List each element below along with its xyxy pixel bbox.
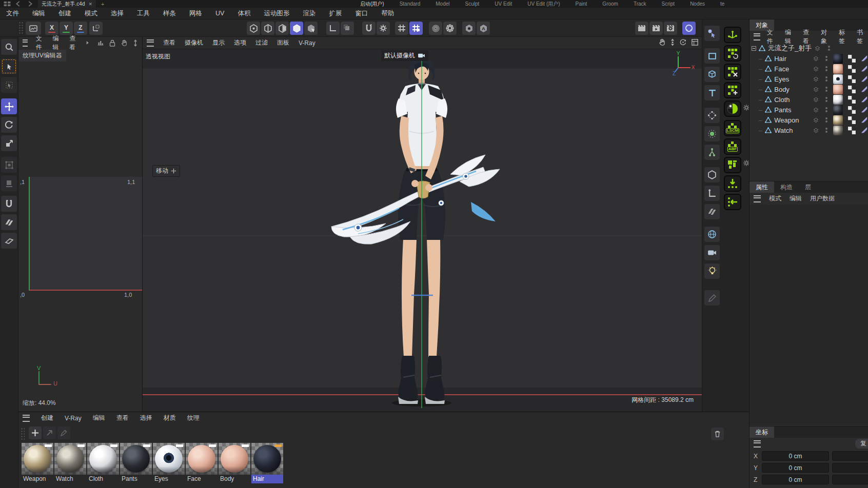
layout-tab-uvedit[interactable]: UV Edit bbox=[494, 1, 513, 7]
viewport-canvas[interactable]: 透视视图 默认摄像机 Y X Z 移动 网格间距 : 35089.2 cm bbox=[143, 49, 702, 412]
new-tab-button[interactable]: + bbox=[101, 1, 104, 7]
workplane-button[interactable] bbox=[341, 22, 354, 35]
layer-icon[interactable] bbox=[813, 87, 819, 92]
layout-tab-uvedit-user[interactable]: UV Edit (用户) bbox=[526, 0, 561, 8]
vp-menu-options[interactable]: 选项 bbox=[234, 38, 246, 47]
back-arrow-icon[interactable] bbox=[14, 1, 23, 7]
dolly-icon[interactable] bbox=[670, 38, 675, 46]
uv-menu-edit[interactable]: 编辑 bbox=[53, 34, 62, 52]
material-label[interactable]: Hair bbox=[251, 475, 283, 483]
visibility-dots[interactable] bbox=[825, 87, 827, 92]
abf-unwrap-button[interactable]: ABF bbox=[724, 138, 741, 155]
histogram-icon[interactable] bbox=[97, 39, 104, 46]
material-label[interactable]: Body bbox=[219, 475, 250, 483]
material-toolbar-grip[interactable] bbox=[21, 428, 25, 440]
material-item-hair[interactable]: Hair bbox=[251, 443, 283, 483]
mat-menu-vray[interactable]: V-Ray bbox=[65, 415, 82, 422]
coord-x-input[interactable]: 0 cm bbox=[762, 451, 830, 461]
visibility-dots[interactable] bbox=[828, 46, 830, 51]
mat-menu-view[interactable]: 查看 bbox=[116, 414, 129, 422]
attr-burger-icon[interactable] bbox=[754, 195, 761, 202]
tab-attributes[interactable]: 属性 bbox=[749, 181, 774, 193]
cluster-button[interactable] bbox=[704, 126, 720, 141]
orbit-icon[interactable] bbox=[679, 38, 687, 46]
texture-mode-button[interactable] bbox=[304, 22, 318, 35]
menu-tools[interactable]: 工具 bbox=[137, 9, 150, 18]
lock-icon[interactable] bbox=[109, 39, 115, 47]
visibility-dots[interactable] bbox=[825, 66, 827, 71]
material-item-watch[interactable]: Watch bbox=[54, 443, 86, 483]
om-burger-icon[interactable] bbox=[754, 33, 760, 40]
material-tag[interactable] bbox=[833, 126, 843, 135]
menu-window[interactable]: 窗口 bbox=[355, 9, 368, 18]
uvw-tag-icon[interactable] bbox=[847, 95, 856, 104]
object-row-body[interactable]: – Body bbox=[749, 84, 868, 94]
material-label[interactable]: Cloth bbox=[87, 475, 119, 483]
uv-canvas[interactable] bbox=[29, 177, 142, 291]
rectangle-spline-button[interactable] bbox=[704, 48, 720, 64]
vp-menu-filter[interactable]: 过滤 bbox=[255, 38, 268, 47]
object-label[interactable]: Body bbox=[774, 86, 790, 93]
phong-tag-icon[interactable] bbox=[861, 106, 868, 114]
scale-tool-button[interactable] bbox=[1, 135, 17, 151]
layer-icon[interactable] bbox=[813, 107, 819, 113]
uvw-tag-icon[interactable] bbox=[847, 126, 856, 135]
material-item-weapon[interactable]: Weapon bbox=[22, 443, 53, 483]
object-label[interactable]: Weapon bbox=[774, 116, 799, 124]
layout-tab-groom[interactable]: Groom bbox=[601, 1, 619, 7]
object-label[interactable]: Face bbox=[774, 65, 789, 73]
visibility-dots[interactable] bbox=[825, 76, 827, 82]
material-item-body[interactable]: Body bbox=[219, 443, 250, 483]
phong-tag-icon[interactable] bbox=[861, 75, 868, 83]
pick-material-button[interactable] bbox=[57, 426, 70, 439]
polygons-mode-button[interactable] bbox=[275, 22, 289, 35]
material-label[interactable]: Eyes bbox=[153, 475, 185, 483]
vp-menu-display[interactable]: 显示 bbox=[212, 38, 225, 47]
uvw-tag-icon[interactable] bbox=[847, 106, 856, 114]
material-tag[interactable] bbox=[833, 95, 843, 105]
selection-tool-alt-button[interactable] bbox=[1, 77, 17, 93]
vp-menu-panel[interactable]: 面板 bbox=[277, 38, 289, 47]
object-row-weapon[interactable]: – Weapon bbox=[749, 115, 868, 125]
menu-create[interactable]: 创建 bbox=[58, 9, 71, 18]
layer-icon[interactable] bbox=[813, 128, 819, 133]
uv-rotate-packing-button[interactable] bbox=[724, 45, 741, 62]
visibility-dots[interactable] bbox=[825, 117, 827, 123]
phong-tag-icon[interactable] bbox=[861, 86, 868, 93]
live-selection-tool-button[interactable] bbox=[1, 58, 17, 74]
tab-construction[interactable]: 构造 bbox=[774, 181, 799, 193]
object-label[interactable]: 元流之子_射手 bbox=[768, 44, 812, 53]
render-settings-button[interactable] bbox=[664, 22, 677, 35]
points-mode-button[interactable] bbox=[247, 22, 260, 35]
forward-arrow-icon[interactable] bbox=[26, 1, 34, 7]
uv-menu-file[interactable]: 文件 bbox=[36, 34, 45, 52]
coord-x-input-2[interactable] bbox=[832, 451, 868, 461]
lock-x-axis-button[interactable]: X bbox=[45, 22, 58, 35]
close-tab-icon[interactable]: ✕ bbox=[88, 2, 92, 7]
layout-tab-nodes[interactable]: Nodes bbox=[689, 1, 706, 7]
material-item-cloth[interactable]: Cloth bbox=[87, 443, 119, 483]
uvw-tag-icon[interactable] bbox=[847, 116, 856, 125]
vp-menu-view[interactable]: 查看 bbox=[163, 38, 175, 47]
menu-edit[interactable]: 编辑 bbox=[32, 9, 45, 18]
menu-help[interactable]: 帮助 bbox=[381, 9, 394, 18]
mat-menu-select[interactable]: 选择 bbox=[140, 414, 152, 422]
magnet-tool-button[interactable] bbox=[1, 196, 17, 212]
viewport-camera-label[interactable]: 默认摄像机 bbox=[381, 50, 428, 61]
uvw-tag-icon[interactable] bbox=[847, 75, 856, 84]
menu-spline[interactable]: 样条 bbox=[163, 9, 176, 18]
material-label[interactable]: Weapon bbox=[22, 475, 53, 483]
uv-align-down-button[interactable] bbox=[724, 175, 741, 192]
layout-tab-startup[interactable]: 启动(用户) bbox=[359, 0, 385, 8]
coord-z-input-2[interactable] bbox=[832, 475, 868, 484]
delete-material-button[interactable] bbox=[711, 428, 724, 440]
menu-select[interactable]: 选择 bbox=[111, 9, 124, 18]
new-material-button[interactable] bbox=[29, 426, 42, 439]
mirror-object-button[interactable] bbox=[704, 204, 720, 219]
lock-y-axis-button[interactable]: Y bbox=[60, 22, 73, 35]
uv-add-packing-button[interactable] bbox=[724, 82, 741, 98]
coord-burger-icon[interactable] bbox=[754, 440, 761, 448]
material-tag[interactable] bbox=[833, 105, 843, 115]
render-picture-viewer-button[interactable] bbox=[649, 22, 663, 35]
viewport-burger-icon[interactable] bbox=[147, 39, 154, 47]
